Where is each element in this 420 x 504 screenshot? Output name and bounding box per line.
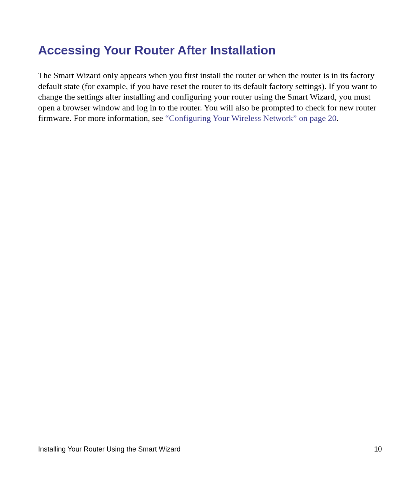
cross-reference-link[interactable]: “Configuring Your Wireless Network” on p…	[165, 113, 336, 123]
footer-page-number: 10	[374, 445, 382, 453]
page-footer: Installing Your Router Using the Smart W…	[38, 445, 382, 453]
footer-chapter-title: Installing Your Router Using the Smart W…	[38, 445, 180, 453]
paragraph-text-after: .	[336, 113, 339, 123]
body-paragraph: The Smart Wizard only appears when you f…	[38, 70, 382, 124]
section-heading: Accessing Your Router After Installation	[38, 43, 382, 58]
